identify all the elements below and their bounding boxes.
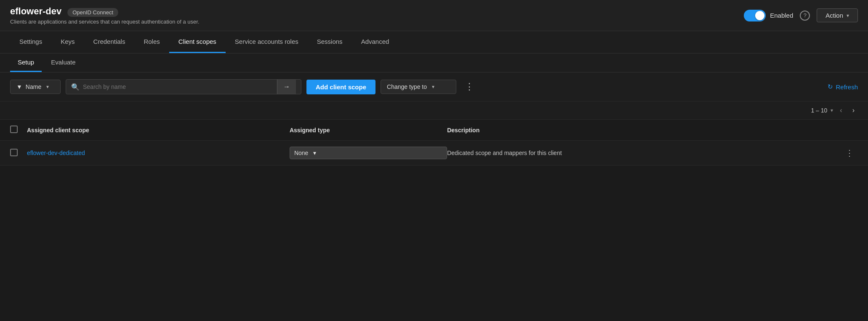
toggle-track [744, 10, 766, 21]
header: eflower-dev OpenID Connect Clients are a… [0, 0, 868, 31]
help-icon[interactable]: ? [800, 11, 810, 21]
action-label: Action [825, 12, 843, 19]
header-right: Enabled ? Action ▾ [744, 8, 858, 22]
search-input[interactable] [83, 80, 274, 94]
col-header-assigned-type: Assigned type [290, 127, 447, 134]
type-value: None [294, 150, 308, 156]
scope-link[interactable]: eflower-dev-dedicated [27, 150, 85, 156]
add-client-scope-button[interactable]: Add client scope [306, 80, 375, 94]
filter-chevron-icon: ▾ [46, 84, 49, 90]
search-container: 🔍 → [66, 79, 301, 94]
header-left: eflower-dev OpenID Connect Clients are a… [10, 6, 737, 25]
app-title: eflower-dev [10, 6, 61, 17]
pagination-range: 1 – 10 [811, 107, 827, 114]
enabled-toggle-container: Enabled [744, 10, 793, 21]
refresh-label: Refresh [836, 83, 858, 91]
row-description-col: Dedicated scope and mappers for this cli… [447, 150, 841, 156]
action-button[interactable]: Action ▾ [817, 8, 858, 22]
sub-tabs: Setup Evaluate [0, 54, 868, 72]
toggle-label: Enabled [770, 12, 793, 19]
change-type-chevron-icon: ▾ [432, 84, 434, 90]
pagination-next-button[interactable]: › [849, 105, 858, 116]
row-scope-col: eflower-dev-dedicated [27, 150, 290, 156]
header-checkbox-col [10, 126, 27, 134]
refresh-button[interactable]: ↻ Refresh [828, 83, 858, 91]
row-checkbox[interactable] [10, 149, 18, 156]
pagination-prev-button[interactable]: ‹ [836, 105, 845, 116]
refresh-icon: ↻ [828, 83, 833, 91]
table-row: eflower-dev-dedicated None ▾ Dedicated s… [0, 141, 868, 166]
row-actions-col: ⋮ [841, 147, 858, 159]
filter-label: Name [26, 83, 41, 90]
tab-service-accounts-roles[interactable]: Service accounts roles [226, 31, 308, 53]
more-options-button[interactable]: ⋮ [461, 80, 477, 93]
pagination-row: 1 – 10 ▾ ‹ › [0, 102, 868, 120]
row-more-button[interactable]: ⋮ [844, 147, 855, 159]
filter-button[interactable]: ▼ Name ▾ [10, 80, 61, 94]
row-checkbox-col [10, 149, 27, 158]
tab-roles[interactable]: Roles [134, 31, 169, 53]
change-type-label: Change type to [387, 83, 427, 90]
tab-client-scopes[interactable]: Client scopes [169, 31, 226, 53]
select-all-checkbox[interactable] [10, 126, 18, 133]
search-go-button[interactable]: → [277, 80, 296, 94]
type-select[interactable]: None ▾ [290, 147, 447, 159]
col-header-description: Description [447, 127, 841, 134]
col-header-assigned-client-scope: Assigned client scope [27, 127, 290, 134]
protocol-badge: OpenID Connect [67, 8, 118, 17]
subtitle: Clients are applications and services th… [10, 19, 737, 25]
tab-sessions[interactable]: Sessions [308, 31, 352, 53]
action-chevron-icon: ▾ [847, 13, 849, 19]
enabled-toggle[interactable] [744, 10, 766, 21]
row-type-col: None ▾ [290, 147, 447, 159]
pagination-down-button[interactable]: ▾ [831, 107, 833, 113]
main-tabs: Settings Keys Credentials Roles Client s… [0, 31, 868, 54]
sub-tab-setup[interactable]: Setup [10, 54, 42, 72]
toolbar: ▼ Name ▾ 🔍 → Add client scope Change typ… [0, 72, 868, 102]
tab-credentials[interactable]: Credentials [84, 31, 135, 53]
type-chevron-icon: ▾ [313, 150, 316, 156]
search-icon: 🔍 [71, 83, 80, 91]
table: Assigned client scope Assigned type Desc… [0, 120, 868, 166]
filter-icon: ▼ [16, 83, 22, 90]
tab-keys[interactable]: Keys [51, 31, 84, 53]
toggle-thumb [755, 11, 764, 20]
tab-settings[interactable]: Settings [10, 31, 51, 53]
sub-tab-evaluate[interactable]: Evaluate [43, 54, 83, 72]
change-type-button[interactable]: Change type to ▾ [381, 80, 456, 94]
tab-advanced[interactable]: Advanced [352, 31, 399, 53]
table-header-row: Assigned client scope Assigned type Desc… [0, 120, 868, 141]
